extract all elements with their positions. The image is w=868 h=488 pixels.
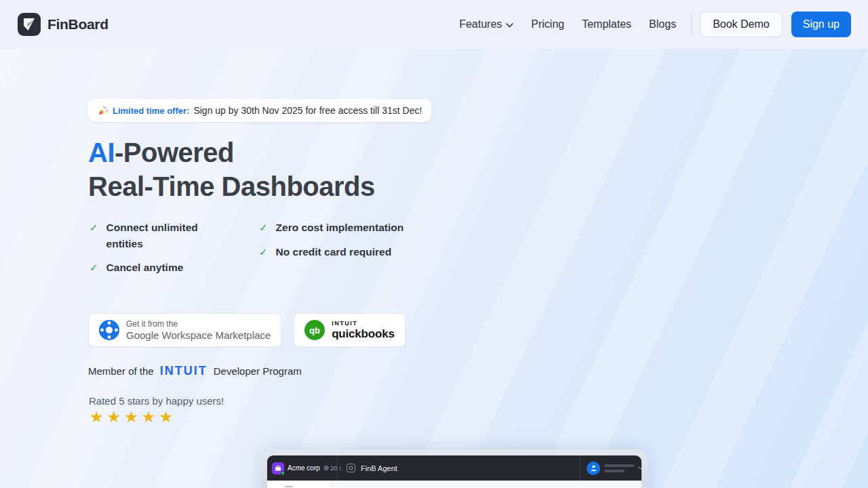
checklist-item-label: Cancel anytime — [106, 260, 184, 276]
grid-icon — [347, 464, 355, 472]
checklist-item: Cancel anytime — [90, 260, 259, 276]
top-navbar: FinBoard Features Pricing Templates Blog… — [0, 0, 868, 49]
checklist-item: Connect unlimited entities — [90, 220, 259, 252]
offer-highlight: Limited time offer: — [113, 106, 189, 116]
checklist-item: Zero cost implementation — [259, 220, 403, 236]
marketplace-badges: Get it from the Google Workspace Marketp… — [88, 313, 406, 347]
check-icon — [259, 220, 268, 236]
badge-line-1: Get it from the — [126, 319, 271, 329]
check-icon — [90, 220, 98, 236]
badge-line-2: Google Workspace Marketplace — [126, 329, 271, 342]
globe-icon — [323, 464, 329, 472]
five-star-rating: ★★★★★ — [90, 408, 176, 426]
offer-text: Sign up by 30th Nov 2025 for free access… — [193, 105, 422, 116]
online-status-dot — [281, 471, 285, 475]
party-popper-icon — [98, 105, 108, 116]
brand[interactable]: FinBoard — [18, 13, 108, 36]
preview-agent-label: FinB Agent — [361, 464, 397, 472]
nav-item-templates[interactable]: Templates — [582, 18, 631, 30]
intuit-wordmark: INTUIT — [160, 364, 208, 378]
google-workspace-marketplace-icon — [99, 320, 119, 340]
badge-line-2: quickbooks — [332, 327, 394, 340]
preview-org-name: Acme corp — [288, 464, 320, 472]
preview-content-area — [332, 481, 642, 488]
preview-sidebar — [267, 481, 332, 488]
svg-text:qb: qb — [309, 325, 320, 336]
badge-line-1: INTUIT — [332, 320, 394, 327]
chevron-down-icon — [638, 466, 642, 470]
preview-entity-count: 20 — [330, 465, 337, 472]
check-icon — [259, 244, 268, 260]
title-accent: AI — [88, 138, 115, 167]
checklist-item: No credit card required — [259, 244, 403, 260]
membership-suffix: Developer Program — [214, 365, 302, 377]
nav-item-features-label: Features — [459, 18, 502, 30]
page-title: AI-Powered Real-Time Dashboards — [88, 136, 375, 203]
book-demo-button[interactable]: Book Demo — [700, 12, 783, 37]
nav-divider — [691, 14, 692, 35]
dashboard-preview-window: Acme corp 20 FinB Agent — [261, 449, 648, 488]
membership-prefix: Member of the — [88, 365, 154, 377]
title-rest: -Powered — [115, 138, 234, 167]
brand-name: FinBoard — [47, 16, 108, 33]
user-avatar-icon — [587, 462, 600, 475]
checklist-item-label: No credit card required — [276, 244, 392, 260]
preview-app-header: Acme corp 20 FinB Agent — [267, 455, 642, 481]
chevron-down-icon — [506, 23, 513, 28]
feature-checklist: Connect unlimited entities Cancel anytim… — [90, 220, 403, 276]
badge-text: Get it from the Google Workspace Marketp… — [126, 319, 271, 342]
user-name-skeleton — [604, 464, 634, 472]
preview-app-body — [267, 481, 642, 488]
title-line-2: Real-Time Dashboards — [88, 169, 375, 203]
nav-links: Features Pricing Templates Blogs Book De… — [441, 12, 851, 37]
nav-item-features[interactable]: Features — [459, 18, 513, 30]
check-icon — [90, 260, 98, 276]
rating-text: Rated 5 stars by happy users! — [89, 395, 224, 407]
checklist-column-1: Connect unlimited entities Cancel anytim… — [90, 220, 259, 276]
badge-text: INTUIT quickbooks — [332, 320, 394, 340]
quickbooks-icon: qb — [304, 320, 325, 340]
title-line-1: AI-Powered — [88, 136, 375, 169]
quickbooks-badge[interactable]: qb INTUIT quickbooks — [294, 313, 405, 347]
finboard-logo-icon — [18, 13, 41, 36]
preview-user-menu — [580, 455, 642, 481]
nav-item-blogs[interactable]: Blogs — [649, 18, 676, 30]
preview-org-selector: Acme corp 20 — [267, 455, 338, 481]
checklist-item-label: Zero cost implementation — [276, 220, 404, 236]
checklist-item-label: Connect unlimited entities — [106, 220, 208, 252]
checklist-column-2: Zero cost implementation No credit card … — [259, 220, 403, 276]
dashboard-preview-screen: Acme corp 20 FinB Agent — [267, 455, 642, 488]
intuit-membership-line: Member of the INTUIT Developer Program — [88, 364, 302, 378]
google-workspace-marketplace-badge[interactable]: Get it from the Google Workspace Marketp… — [88, 313, 281, 347]
preview-agent-tab: FinB Agent — [338, 455, 580, 481]
briefcase-icon — [272, 462, 284, 474]
limited-time-offer-banner: Limited time offer: Sign up by 30th Nov … — [88, 99, 431, 122]
sign-up-button[interactable]: Sign up — [791, 12, 851, 37]
nav-item-pricing[interactable]: Pricing — [531, 18, 564, 30]
